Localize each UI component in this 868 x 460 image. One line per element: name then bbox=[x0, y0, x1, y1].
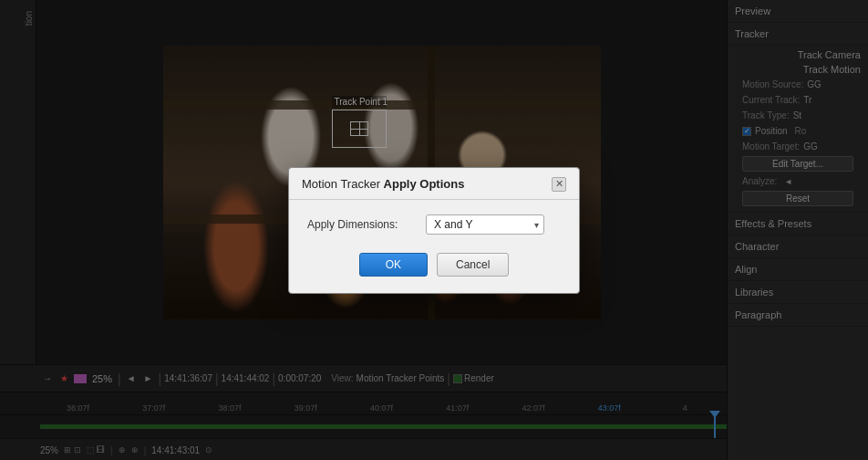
apply-dimensions-row: Apply Dimensions: X and Y X only Y only bbox=[307, 214, 561, 235]
modal-buttons: OK Cancel bbox=[307, 249, 561, 282]
apply-dimensions-label: Apply Dimensions: bbox=[307, 218, 417, 231]
modal-body: Apply Dimensions: X and Y X only Y only … bbox=[289, 200, 579, 293]
apply-dimensions-wrapper: X and Y X only Y only bbox=[426, 214, 544, 235]
modal-title: Motion Tracker Apply Options bbox=[302, 177, 464, 191]
modal-dialog: Motion Tracker Apply Options ✕ Apply Dim… bbox=[288, 167, 580, 294]
modal-title-bold: Apply Options bbox=[384, 177, 465, 191]
modal-title-regular: Motion Tracker bbox=[302, 177, 384, 191]
modal-close-btn[interactable]: ✕ bbox=[552, 177, 566, 192]
cancel-button[interactable]: Cancel bbox=[437, 253, 509, 277]
modal-overlay: Motion Tracker Apply Options ✕ Apply Dim… bbox=[0, 0, 868, 460]
apply-dimensions-select[interactable]: X and Y X only Y only bbox=[426, 214, 544, 235]
ok-button[interactable]: OK bbox=[359, 253, 428, 277]
modal-title-bar: Motion Tracker Apply Options ✕ bbox=[289, 168, 579, 200]
